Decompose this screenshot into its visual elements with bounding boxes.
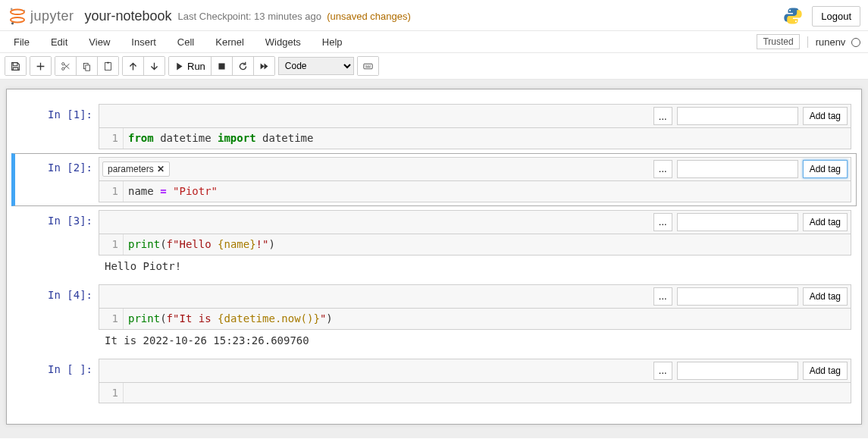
menu-help[interactable]: Help xyxy=(312,32,353,52)
restart-icon xyxy=(238,61,248,71)
tag-more-button[interactable]: ... xyxy=(653,362,672,380)
command-palette-button[interactable] xyxy=(358,57,378,75)
svg-rect-14 xyxy=(364,64,372,69)
kernel-name[interactable]: runenv xyxy=(807,36,860,48)
copy-button[interactable] xyxy=(77,57,98,75)
svg-rect-10 xyxy=(86,64,90,70)
add-tag-button[interactable]: Add tag xyxy=(803,160,848,178)
add-cell-button[interactable] xyxy=(30,57,51,75)
keyboard-icon xyxy=(363,61,373,71)
svg-point-5 xyxy=(789,10,791,11)
paste-button[interactable] xyxy=(98,57,118,75)
line-number: 1 xyxy=(99,128,124,149)
svg-point-8 xyxy=(62,62,64,64)
trusted-indicator[interactable]: Trusted xyxy=(757,34,799,49)
restart-button[interactable] xyxy=(233,57,254,75)
tag-more-button[interactable]: ... xyxy=(653,287,672,306)
stop-icon xyxy=(217,61,227,71)
add-tag-button[interactable]: Add tag xyxy=(803,362,848,380)
line-number: 1 xyxy=(99,309,124,329)
move-up-button[interactable] xyxy=(123,57,144,75)
menubar: File Edit View Insert Cell Kernel Widget… xyxy=(0,30,868,53)
scissors-icon xyxy=(61,61,71,71)
plus-icon xyxy=(36,61,45,71)
play-icon xyxy=(174,61,184,71)
notebook-container: In [1]: ... Add tag 1 from datetime impo… xyxy=(6,89,862,425)
python-logo-icon xyxy=(783,6,803,26)
svg-point-3 xyxy=(24,10,25,11)
run-all-button[interactable] xyxy=(254,57,274,75)
notebook-name[interactable]: your-notebook xyxy=(85,8,172,24)
line-number: 1 xyxy=(99,383,124,403)
code-editor[interactable]: 1 from datetime import datetime xyxy=(99,128,851,149)
menu-insert[interactable]: Insert xyxy=(121,32,167,52)
tag-input[interactable] xyxy=(677,107,798,125)
toolbar: Run Code xyxy=(0,53,868,80)
checkpoint-status: Last Checkpoint: 13 minutes ago (unsaved… xyxy=(178,11,411,22)
paste-icon xyxy=(103,61,113,71)
arrow-down-icon xyxy=(149,61,159,71)
code-editor[interactable]: 1 xyxy=(99,383,851,404)
tag-input[interactable] xyxy=(677,160,798,178)
tag-row: ... Add tag xyxy=(99,284,851,309)
line-number: 1 xyxy=(99,181,124,202)
cut-button[interactable] xyxy=(55,57,77,75)
input-prompt: In [4]: xyxy=(48,289,92,301)
input-prompt: In [ ]: xyxy=(48,363,92,375)
cell-type-select[interactable]: Code xyxy=(278,57,354,75)
jupyter-logo[interactable]: jupyter xyxy=(8,5,74,27)
tag-input[interactable] xyxy=(677,287,798,306)
cell[interactable]: In [4]: ... Add tag 1 print(f"It is {dat… xyxy=(11,281,857,355)
svg-rect-13 xyxy=(218,63,224,69)
code-editor[interactable]: 1 name = "Piotr" xyxy=(99,181,851,202)
move-down-button[interactable] xyxy=(144,57,165,75)
header-bar: jupyter your-notebook Last Checkpoint: 1… xyxy=(0,0,868,30)
add-tag-button[interactable]: Add tag xyxy=(803,213,848,231)
remove-tag-icon[interactable]: ✕ xyxy=(157,164,165,174)
cell[interactable]: In [3]: ... Add tag 1 print(f"Hello {nam… xyxy=(11,206,857,281)
menu-kernel[interactable]: Kernel xyxy=(205,32,255,52)
menu-cell[interactable]: Cell xyxy=(167,32,205,52)
svg-point-0 xyxy=(11,10,24,14)
tag-input[interactable] xyxy=(677,362,798,380)
add-tag-button[interactable]: Add tag xyxy=(803,107,848,125)
tag-more-button[interactable]: ... xyxy=(653,213,672,231)
line-number: 1 xyxy=(99,234,124,255)
input-prompt: In [1]: xyxy=(48,108,92,121)
stop-button[interactable] xyxy=(212,57,233,75)
svg-point-1 xyxy=(11,17,24,23)
tag-row: ... Add tag xyxy=(99,210,851,234)
jupyter-logo-icon xyxy=(8,5,27,27)
run-button[interactable]: Run xyxy=(169,57,212,75)
notebook-scroll-area[interactable]: In [1]: ... Add tag 1 from datetime impo… xyxy=(0,80,868,438)
menu-widgets[interactable]: Widgets xyxy=(255,32,312,52)
tag-more-button[interactable]: ... xyxy=(653,107,672,125)
svg-point-7 xyxy=(62,67,64,70)
tag-chip: parameters ✕ xyxy=(102,161,170,177)
cell[interactable]: In [ ]: ... Add tag 1 xyxy=(11,355,857,408)
svg-rect-12 xyxy=(107,61,109,63)
copy-icon xyxy=(82,61,92,71)
input-prompt: In [3]: xyxy=(48,215,92,227)
menu-view[interactable]: View xyxy=(78,32,121,52)
kernel-idle-icon xyxy=(851,38,860,47)
save-icon xyxy=(11,61,20,71)
menu-edit[interactable]: Edit xyxy=(40,32,78,52)
menu-file[interactable]: File xyxy=(3,32,40,52)
cell[interactable]: In [1]: ... Add tag 1 from datetime impo… xyxy=(11,100,857,153)
add-tag-button[interactable]: Add tag xyxy=(803,287,848,306)
jupyter-logo-text: jupyter xyxy=(30,8,74,24)
tag-input[interactable] xyxy=(677,213,798,231)
cell[interactable]: In [2]: parameters ✕ ... Add tag 1 name … xyxy=(11,153,857,206)
tag-more-button[interactable]: ... xyxy=(653,160,672,178)
logout-button[interactable]: Logout xyxy=(812,6,860,27)
cell-output: It is 2022-10-26 15:23:26.609760 xyxy=(99,330,851,351)
svg-point-4 xyxy=(11,22,14,24)
save-button[interactable] xyxy=(5,57,26,75)
code-editor[interactable]: 1 print(f"Hello {name}!") xyxy=(99,234,851,256)
arrow-up-icon xyxy=(128,61,138,71)
code-editor[interactable]: 1 print(f"It is {datetime.now()}") xyxy=(99,309,851,330)
svg-rect-11 xyxy=(105,62,111,70)
cell-output: Hello Piotr! xyxy=(99,256,851,277)
tag-row: ... Add tag xyxy=(99,104,851,128)
